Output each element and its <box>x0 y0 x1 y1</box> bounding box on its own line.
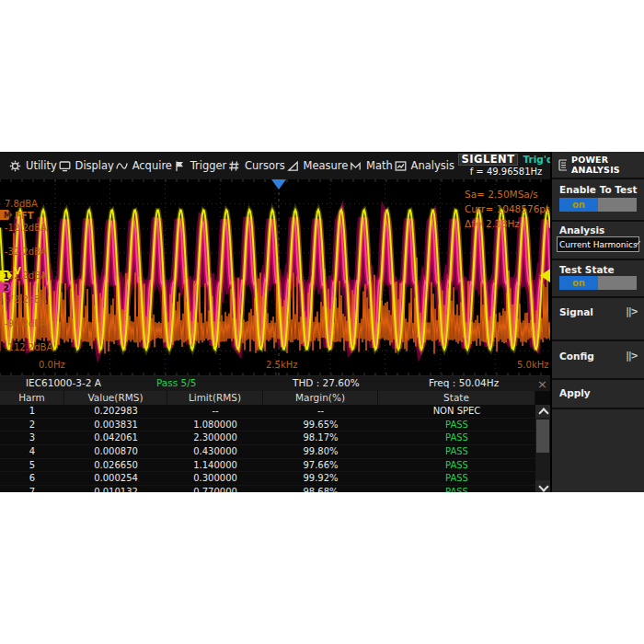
menu-item-measure[interactable]: Measure <box>287 159 349 172</box>
table-row[interactable]: 50.0266501.14000097.66%PASS <box>0 459 535 473</box>
menu-item-label: Measure <box>304 159 349 172</box>
limit-cell: -- <box>167 405 263 418</box>
toggle-off-state <box>598 198 637 212</box>
points-readout: Curr= 1048576pts <box>465 201 555 216</box>
channel2-position-marker[interactable]: 2 <box>0 282 13 293</box>
column-header: Harm <box>0 391 64 405</box>
menu-item-acquire[interactable]: Acquire <box>116 159 172 172</box>
table-info-row: IEC61000-3-2 A Pass 5/5 THD : 27.60% Fre… <box>0 376 550 391</box>
math-icon <box>350 160 362 172</box>
harm-cell: 3 <box>0 431 64 444</box>
fft-scale-label: -112.2dBA <box>5 342 52 352</box>
config-menu-item[interactable]: Config <box>559 351 594 362</box>
limit-cell: 0.300000 <box>167 472 263 485</box>
apply-button[interactable]: Apply <box>559 387 591 398</box>
fft-scale-label: -72.2dBA <box>5 294 47 305</box>
trigger-status-badge: Trig'd <box>523 154 554 165</box>
value-cell: 0.202983 <box>64 405 167 418</box>
brand-block: SIGLENT Trig'd f = 49.96581Hz <box>462 153 550 178</box>
menu-item-label: Display <box>75 159 114 172</box>
harm-cell: 1 <box>0 405 64 418</box>
divider <box>552 220 644 222</box>
limit-cell: 1.080000 <box>167 419 263 431</box>
menu-item-trigger[interactable]: Trigger <box>174 159 227 172</box>
thd-readout: THD : 27.60% <box>293 377 360 388</box>
divider <box>552 296 644 298</box>
enable-to-test-label: Enable To Test <box>559 184 637 195</box>
table-row[interactable]: 70.0101320.77000098.68%PASS <box>0 486 535 492</box>
limit-cell: 1.140000 <box>167 459 263 472</box>
channel1-unit-label: V <box>14 266 21 276</box>
analysis-dropdown[interactable]: Current Harmonics <box>557 236 639 252</box>
oscilloscope-screen: UtilityDisplayAcquireTriggerCursorsMeasu… <box>0 152 644 492</box>
scroll-down-button[interactable] <box>535 480 550 492</box>
state-badge: PASS <box>378 472 535 485</box>
menu-item-display[interactable]: Display <box>59 159 114 172</box>
waveform-display[interactable]: M FFT 7.8dBA-12.2dBA-32.2dBA-52.2dBA-72.… <box>0 179 550 375</box>
state-badge: NON SPEC <box>378 405 535 418</box>
enable-to-test-toggle[interactable]: on <box>559 198 637 212</box>
state-badge: PASS <box>378 419 535 431</box>
menu-item-label: Cursors <box>245 159 285 172</box>
menu-item-utility[interactable]: Utility <box>9 159 57 172</box>
display-icon <box>59 160 71 172</box>
menu-item-math[interactable]: Math <box>350 159 393 172</box>
channel1-position-marker[interactable]: 1 <box>0 270 13 281</box>
document-icon <box>558 159 567 171</box>
expand-icon: ||> <box>626 306 638 316</box>
chevron-up-icon <box>538 408 548 418</box>
test-state-toggle[interactable]: on <box>559 276 637 290</box>
margin-cell: -- <box>263 405 378 418</box>
table-row[interactable]: 20.0038311.08000099.65%PASS <box>0 419 535 432</box>
toggle-on-state: on <box>559 198 598 212</box>
harm-cell: 2 <box>0 419 64 431</box>
chevron-down-icon <box>538 481 548 491</box>
scroll-up-button[interactable] <box>535 405 550 418</box>
close-icon[interactable]: × <box>537 377 547 391</box>
trigger-flag-icon <box>174 160 186 172</box>
menu-item-analysis[interactable]: Analysis <box>395 159 454 172</box>
expand-icon: ||> <box>626 351 638 361</box>
table-body: 10.202983----NON SPEC20.0038311.08000099… <box>0 405 535 492</box>
column-header: Margin(%) <box>263 391 378 405</box>
fft-trace-position-marker[interactable]: M <box>0 210 13 220</box>
margin-cell: 99.92% <box>263 472 378 485</box>
column-header: Value(RMS) <box>64 391 167 405</box>
scrollbar-thumb[interactable] <box>536 420 549 453</box>
brand-logo: SIGLENT <box>458 154 517 166</box>
menu-bar: UtilityDisplayAcquireTriggerCursorsMeasu… <box>0 152 550 180</box>
table-scrollbar[interactable] <box>535 405 550 492</box>
harm-cell: 4 <box>0 445 64 458</box>
state-badge: PASS <box>378 445 535 458</box>
value-cell: 0.000254 <box>64 472 167 485</box>
state-badge: PASS <box>378 486 535 492</box>
panel-header: POWER ANALYSIS <box>552 152 644 178</box>
menu-item-cursors[interactable]: Cursors <box>228 159 285 172</box>
menu-items: UtilityDisplayAcquireTriggerCursorsMeasu… <box>0 152 458 179</box>
menu-item-label: Trigger <box>190 159 227 172</box>
harm-cell: 6 <box>0 472 64 485</box>
fft-scale-label: 7.8dBA <box>5 199 38 209</box>
limit-cell: 2.300000 <box>167 431 263 444</box>
trigger-level-marker[interactable] <box>540 269 550 282</box>
margin-cell: 99.80% <box>263 445 378 458</box>
divider <box>552 378 644 380</box>
harmonics-table: IEC61000-3-2 A Pass 5/5 THD : 27.60% Fre… <box>0 375 550 492</box>
signal-menu-item[interactable]: Signal <box>559 306 593 317</box>
value-cell: 0.003831 <box>64 419 167 431</box>
svg-text:2: 2 <box>4 283 9 293</box>
table-row[interactable]: 30.0420612.30000098.17%PASS <box>0 431 535 445</box>
test-state-label: Test State <box>559 264 615 275</box>
table-row[interactable]: 40.0008700.43000099.80%PASS <box>0 445 535 459</box>
svg-text:1: 1 <box>4 271 9 281</box>
fft-scale-label: -32.2dBA <box>5 247 47 257</box>
pass-summary: Pass 5/5 <box>156 377 196 388</box>
table-row[interactable]: 10.202983----NON SPEC <box>0 405 535 419</box>
menu-item-label: Utility <box>26 159 57 172</box>
power-analysis-panel: POWER ANALYSIS Enable To Test on Analysi… <box>550 152 644 492</box>
cursors-icon <box>228 160 240 172</box>
state-badge: PASS <box>378 431 535 444</box>
fft-scale-label: -92.2dBA <box>5 318 47 328</box>
limit-cell: 0.430000 <box>167 445 263 458</box>
table-row[interactable]: 60.0002540.30000099.92%PASS <box>0 472 535 486</box>
